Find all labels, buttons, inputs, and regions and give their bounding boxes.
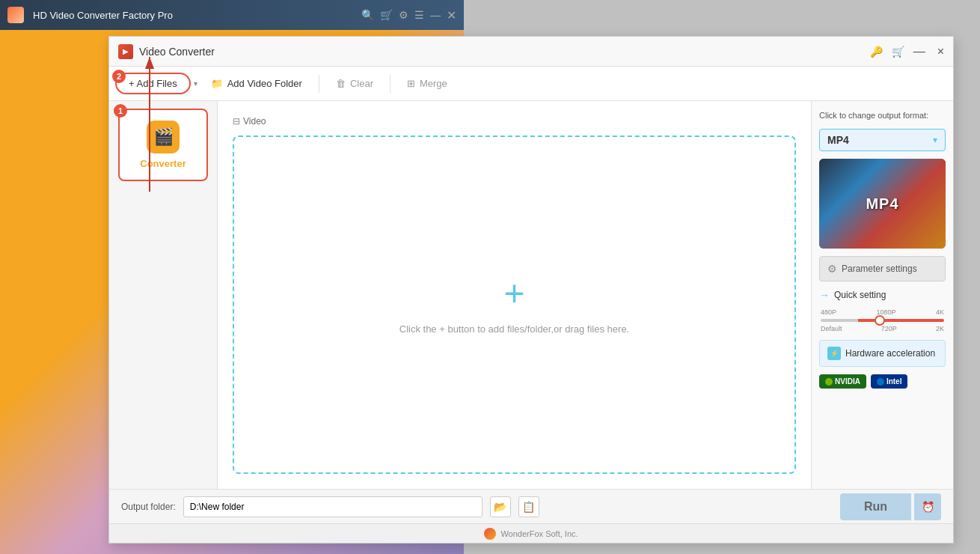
clear-label: Clear [350, 78, 373, 89]
drop-hint-text: Click the + button to add files/folder,o… [399, 323, 629, 335]
schedule-button[interactable]: ⏰ [914, 493, 941, 520]
toolbar-separator-2 [390, 75, 391, 93]
search-icon[interactable]: 🔍 [361, 9, 374, 21]
format-dropdown-arrow: ▾ [933, 135, 937, 145]
toolbar: 2 + Add Files ▾ 📁 Add Video Folder 🗑 Cle… [109, 67, 953, 101]
converter-window: ▶ Video Converter 🔑 🛒 — × 2 + Add Files … [108, 36, 954, 544]
drop-area-container: ⊟ Video + Click the + button to add file… [218, 101, 811, 489]
converter-label: Converter [140, 158, 186, 169]
slider-track[interactable] [821, 319, 944, 322]
conv-window-title: Video Converter [139, 46, 864, 58]
conv-footer: WonderFox Soft, Inc. [109, 523, 953, 543]
wonderfox-text: WonderFox Soft, Inc. [500, 529, 578, 538]
hardware-acceleration-button[interactable]: ⚡ Hardware acceleration [819, 340, 946, 367]
format-change-label: Click to change output format: [819, 110, 946, 121]
conv-logo: ▶ [118, 44, 133, 59]
right-panel: Click to change output format: MP4 ▾ MP4… [811, 101, 953, 489]
format-name: MP4 [827, 134, 849, 146]
run-section: Run ⏰ [840, 493, 941, 520]
conv-cart-icon[interactable]: 🛒 [892, 46, 904, 58]
merge-icon: ⊞ [407, 78, 415, 89]
drop-area[interactable]: + Click the + button to add files/folder… [233, 136, 796, 474]
intel-circle [877, 378, 884, 386]
intel-badge[interactable]: Intel [871, 374, 908, 389]
gpu-row: NVIDIA Intel [819, 374, 946, 389]
bg-titlebar: HD Video Converter Factory Pro 🔍 🛒 ⚙ ☰ —… [0, 0, 464, 30]
folder-browse-icon: 📂 [494, 501, 506, 513]
menu-icon[interactable]: ☰ [414, 9, 424, 21]
cart-icon[interactable]: 🛒 [380, 9, 393, 21]
parameter-settings-button[interactable]: ⚙ Parameter settings [819, 256, 946, 281]
bottom-bar: Output folder: 📂 📋 Run ⏰ [109, 489, 953, 523]
quick-setting-icon: → [819, 289, 830, 301]
slider-label-default: Default [821, 325, 842, 332]
mp4-preview: MP4 [819, 159, 946, 249]
sidebar-badge: 1 [114, 104, 127, 118]
hw-accel-icon: ⚡ [827, 347, 841, 360]
conv-window-controls: 🔑 🛒 — × [870, 45, 944, 58]
add-files-label: + Add Files [129, 78, 177, 89]
bg-app-title: HD Video Converter Factory Pro [33, 10, 352, 21]
clear-button[interactable]: 🗑 Clear [325, 73, 384, 94]
bg-app-controls: 🔍 🛒 ⚙ ☰ — ✕ [361, 8, 456, 22]
folder-icon: 📁 [211, 78, 223, 89]
video-tab-label: Video [243, 116, 266, 127]
conv-close-icon[interactable]: × [937, 45, 944, 58]
settings-icon[interactable]: ⚙ [399, 9, 408, 21]
clear-icon: 🗑 [336, 78, 346, 89]
add-files-badge: 2 [112, 70, 126, 83]
conv-minimize-icon[interactable]: — [913, 45, 925, 58]
close-icon[interactable]: ✕ [447, 8, 456, 22]
merge-label: Merge [420, 78, 447, 89]
converter-icon: 🎬 [147, 121, 180, 153]
format-dropdown[interactable]: MP4 ▾ [819, 129, 946, 151]
conv-titlebar: ▶ Video Converter 🔑 🛒 — × [109, 37, 953, 67]
slider-label-720p: 720P [881, 325, 897, 332]
browse-folder-button[interactable]: 📂 [490, 496, 511, 517]
add-video-folder-button[interactable]: 📁 Add Video Folder [200, 73, 313, 94]
main-area: 🎬 Converter 1 ⊟ Video + Click the + butt… [109, 101, 953, 489]
slider-label-480p: 480P [821, 308, 836, 316]
param-icon: ⚙ [827, 263, 837, 275]
schedule-icon: ⏰ [922, 501, 934, 513]
video-tab-icon: ⊟ [233, 116, 240, 127]
merge-button[interactable]: ⊞ Merge [396, 73, 458, 94]
add-dropdown-arrow[interactable]: ▾ [194, 79, 197, 88]
nvidia-badge[interactable]: NVIDIA [819, 374, 866, 389]
quick-setting-row: → Quick setting [819, 289, 946, 301]
quick-setting-label: Quick setting [834, 290, 886, 300]
left-sidebar: 🎬 Converter 1 [109, 101, 218, 489]
slider-bottom-labels: Default 720P 2K [821, 325, 944, 332]
nvidia-circle [825, 378, 833, 386]
toolbar-separator-1 [319, 75, 319, 93]
add-files-button[interactable]: 2 + Add Files [115, 73, 191, 94]
slider-label-4k: 4K [936, 308, 944, 316]
hw-accel-label: Hardware acceleration [845, 348, 935, 359]
conv-key-icon[interactable]: 🔑 [870, 46, 883, 58]
slider-thumb[interactable] [875, 315, 885, 326]
param-settings-label: Parameter settings [842, 264, 917, 274]
converter-sidebar-item[interactable]: 🎬 Converter [118, 109, 208, 181]
slider-label-2k: 2K [936, 325, 944, 332]
quality-slider[interactable]: 480P 1080P 4K Default 720P 2K [819, 308, 946, 332]
slider-top-labels: 480P 1080P 4K [821, 308, 944, 316]
output-folder-label: Output folder: [121, 502, 176, 512]
drop-plus-icon: + [503, 276, 524, 311]
mp4-text-overlay: MP4 [866, 195, 898, 213]
archive-button[interactable]: 📋 [518, 496, 539, 517]
bg-app-logo [7, 7, 24, 23]
archive-icon: 📋 [522, 501, 535, 513]
wonderfox-logo [484, 528, 496, 540]
output-folder-input[interactable] [183, 496, 483, 517]
intel-label: Intel [886, 377, 902, 386]
add-video-folder-label: Add Video Folder [227, 78, 302, 89]
converter-sidebar-wrapper: 🎬 Converter 1 [118, 109, 208, 181]
minimize-icon[interactable]: — [430, 9, 441, 21]
nvidia-label: NVIDIA [835, 377, 860, 386]
video-tab-row: ⊟ Video [233, 116, 796, 127]
run-button[interactable]: Run [840, 493, 911, 520]
